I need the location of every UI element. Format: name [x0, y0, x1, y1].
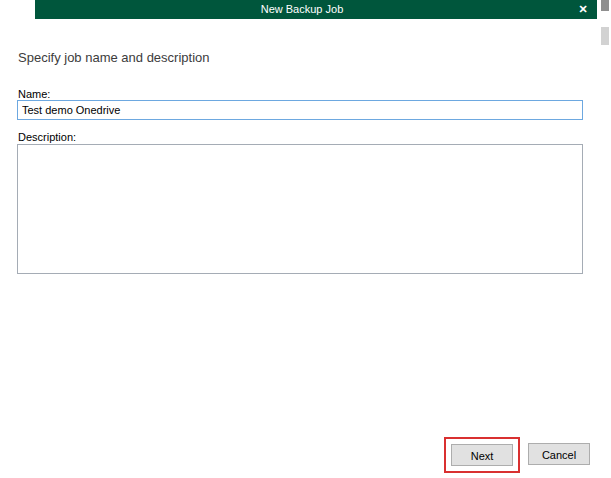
job-description-textarea[interactable]: [17, 144, 583, 274]
dialog-title: New Backup Job: [35, 0, 569, 19]
dialog-titlebar: New Backup Job ✕: [35, 0, 597, 19]
name-label: Name:: [18, 88, 50, 100]
job-name-input[interactable]: [17, 100, 583, 120]
page-title: Specify job name and description: [18, 50, 210, 65]
next-button[interactable]: Next: [451, 444, 513, 466]
description-label: Description:: [18, 131, 76, 143]
background-scrollbar-fragment-mid: [601, 27, 609, 45]
cancel-button[interactable]: Cancel: [528, 443, 590, 465]
background-scrollbar-fragment-top: [601, 0, 609, 11]
red-highlight-annotation: Next: [444, 437, 520, 473]
close-icon[interactable]: ✕: [569, 0, 597, 19]
